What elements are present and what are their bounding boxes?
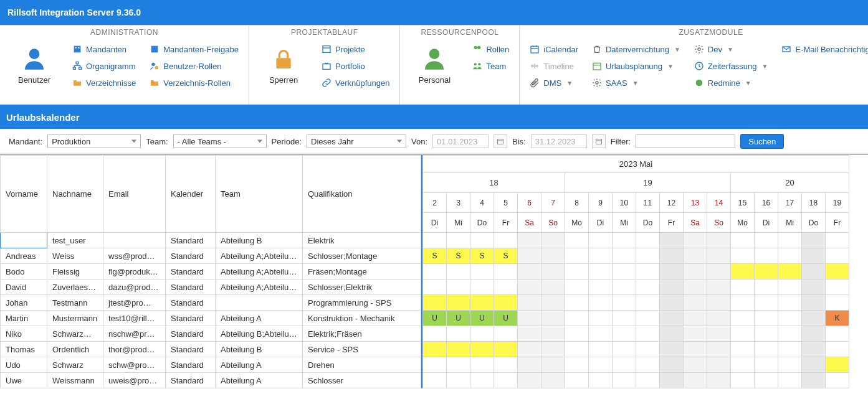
ribbon-item-datenvernichtung[interactable]: Datenvernichtung▼ <box>588 42 684 57</box>
ribbon-item-team[interactable]: Team <box>469 59 513 73</box>
calendar-cell[interactable] <box>613 264 636 279</box>
calendar-cell[interactable] <box>731 248 755 264</box>
calendar-cell[interactable] <box>447 295 470 311</box>
calendar-cell[interactable] <box>589 295 613 311</box>
calendar-cell[interactable] <box>518 357 541 373</box>
calendar-cell[interactable] <box>707 342 731 357</box>
cell-email[interactable]: uweis@pro… <box>103 373 166 388</box>
calendar-cell[interactable] <box>589 326 613 342</box>
calendar-cell[interactable] <box>423 342 447 357</box>
calendar-cell[interactable] <box>755 311 778 326</box>
calendar-cell[interactable] <box>636 248 660 264</box>
calendar-cell[interactable] <box>470 279 494 295</box>
table-row[interactable]: test_userStandardAbteilung BElektrik <box>1 233 421 248</box>
calendar-cell[interactable] <box>684 311 707 326</box>
table-row[interactable]: ThomasOrdentlichthor@prod…StandardAbteil… <box>1 342 421 357</box>
calendar-cell[interactable] <box>826 295 849 311</box>
calendar-cell[interactable] <box>470 326 494 342</box>
calendar-cell[interactable] <box>589 373 613 388</box>
cell-email[interactable]: jtest@pro… <box>103 295 166 311</box>
cell-vorname[interactable]: Martin <box>1 311 47 326</box>
calendar-cell[interactable] <box>802 233 826 248</box>
calendar-cell[interactable] <box>684 373 707 388</box>
calendar-cell[interactable]: U <box>423 311 447 326</box>
calendar-cell[interactable] <box>447 373 470 388</box>
col-header-qualifikation[interactable]: Qualifikation <box>303 156 421 233</box>
calendar-cell[interactable] <box>755 326 778 342</box>
ribbon-item-projekte[interactable]: Projekte <box>318 42 393 57</box>
calendar-cell[interactable] <box>660 279 684 295</box>
calendar-cell[interactable] <box>826 248 849 264</box>
cell-email[interactable]: nschw@pr… <box>103 326 166 342</box>
calendar-cell[interactable] <box>660 311 684 326</box>
cell-team[interactable]: Abteilung B <box>216 342 303 357</box>
calendar-cell[interactable] <box>423 295 447 311</box>
cell-nachname[interactable]: Fleissig <box>47 264 103 279</box>
col-header-team[interactable]: Team <box>216 156 303 233</box>
calendar-cell[interactable] <box>494 264 518 279</box>
calendar-cell[interactable] <box>660 357 684 373</box>
calendar-cell[interactable] <box>541 311 565 326</box>
calendar-cell[interactable] <box>589 264 613 279</box>
calendar-cell[interactable] <box>494 342 518 357</box>
calendar-cell[interactable] <box>636 373 660 388</box>
ribbon-item-verknuepfungen[interactable]: Verknüpfungen <box>318 75 393 90</box>
calendar-cell[interactable] <box>636 233 660 248</box>
cell-qual[interactable]: Schlosser;Elektrik <box>303 279 421 295</box>
calendar-cell[interactable] <box>684 295 707 311</box>
cell-kalender[interactable]: Standard <box>166 248 216 264</box>
calendar-cell[interactable] <box>518 342 541 357</box>
calendar-cell[interactable] <box>589 311 613 326</box>
calendar-cell[interactable] <box>802 264 826 279</box>
cell-email[interactable]: thor@prod… <box>103 342 166 357</box>
calendar-cell[interactable] <box>707 295 731 311</box>
calendar-cell[interactable] <box>755 342 778 357</box>
calendar-cell[interactable] <box>778 264 802 279</box>
ribbon-item-saas[interactable]: SAAS▼ <box>588 75 684 90</box>
calendar-cell[interactable] <box>707 373 731 388</box>
cell-qual[interactable]: Service - SPS <box>303 342 421 357</box>
cell-vorname[interactable]: David <box>1 279 47 295</box>
calendar-cell[interactable] <box>470 357 494 373</box>
calendar-cell[interactable] <box>518 279 541 295</box>
cell-vorname[interactable]: Niko <box>1 326 47 342</box>
calendar-cell[interactable] <box>731 326 755 342</box>
calendar-cell[interactable] <box>826 357 849 373</box>
col-header-email[interactable]: Email <box>103 156 166 233</box>
calendar-cell[interactable] <box>684 233 707 248</box>
calendar-cell[interactable] <box>565 295 589 311</box>
cell-email[interactable]: wss@prod… <box>103 248 166 264</box>
cell-qual[interactable]: Fräsen;Montage <box>303 264 421 279</box>
ribbon-item-zeiterfassung[interactable]: Zeiterfassung▼ <box>690 59 772 73</box>
cell-nachname[interactable]: Weissmann <box>47 373 103 388</box>
cell-vorname[interactable]: Andreas <box>1 248 47 264</box>
calendar-cell[interactable] <box>494 357 518 373</box>
calendar-cell[interactable] <box>470 295 494 311</box>
cell-kalender[interactable]: Standard <box>166 295 216 311</box>
calendar-cell[interactable] <box>707 357 731 373</box>
calendar-cell[interactable] <box>778 357 802 373</box>
calendar-cell[interactable] <box>541 248 565 264</box>
calendar-cell[interactable] <box>565 357 589 373</box>
calendar-cell[interactable] <box>707 248 731 264</box>
calendar-cell[interactable] <box>660 342 684 357</box>
table-row[interactable]: NikoSchwarzm…nschw@pr…StandardAbteilung … <box>1 326 421 342</box>
calendar-cell[interactable] <box>778 342 802 357</box>
calendar-cell[interactable] <box>778 373 802 388</box>
ribbon-item-email-benachrichtigungen[interactable]: E-Mail Benachrichtigungen <box>778 42 868 57</box>
calendar-cell[interactable] <box>731 311 755 326</box>
calendar-cell[interactable] <box>636 311 660 326</box>
cell-kalender[interactable]: Standard <box>166 342 216 357</box>
calendar-cell[interactable] <box>731 295 755 311</box>
cell-kalender[interactable]: Standard <box>166 233 216 248</box>
bis-input[interactable]: 31.12.2023 <box>531 134 587 148</box>
calendar-cell[interactable] <box>494 233 518 248</box>
col-header-vorname[interactable]: Vorname <box>1 156 47 233</box>
calendar-cell[interactable] <box>684 357 707 373</box>
calendar-cell[interactable] <box>565 311 589 326</box>
calendar-cell[interactable] <box>778 326 802 342</box>
calendar-cell[interactable] <box>660 295 684 311</box>
calendar-cell[interactable] <box>470 342 494 357</box>
cell-email[interactable] <box>103 233 166 248</box>
calendar-cell[interactable] <box>660 326 684 342</box>
